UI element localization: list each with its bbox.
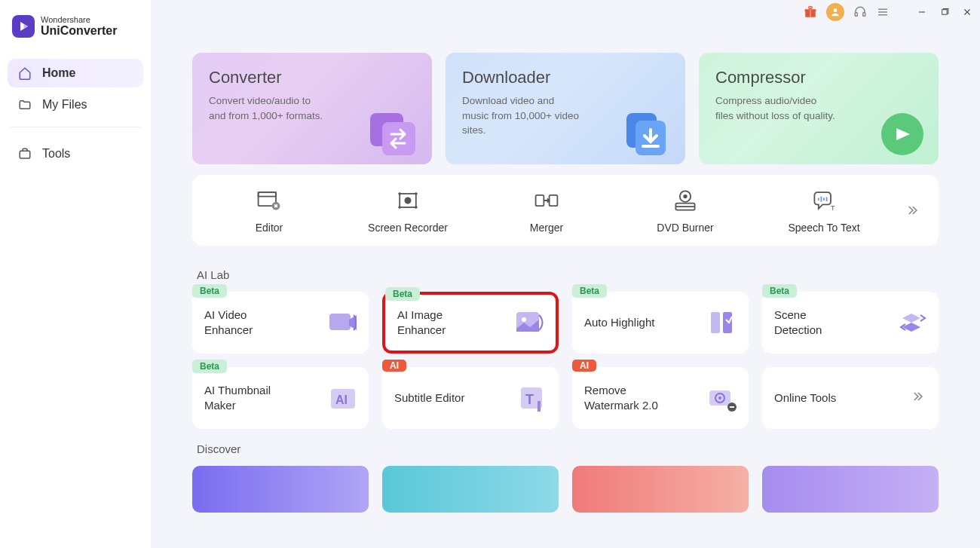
headset-icon[interactable] bbox=[853, 5, 867, 19]
lab-card-subtitle-editor[interactable]: AI Subtitle Editor T bbox=[382, 367, 559, 429]
lab-label: Online Tools bbox=[774, 390, 836, 406]
menu-icon[interactable] bbox=[876, 5, 890, 19]
tool-strip: Editor Screen Recorder Merger DVD Burner bbox=[192, 175, 939, 246]
tool-screen-recorder[interactable]: Screen Recorder bbox=[338, 187, 477, 234]
user-avatar-icon[interactable] bbox=[826, 3, 844, 21]
lab-label: AI Video Enhancer bbox=[204, 308, 287, 338]
ai-badge: AI bbox=[572, 360, 596, 372]
lab-label: AI Image Enhancer bbox=[397, 308, 480, 338]
svg-rect-5 bbox=[855, 13, 857, 17]
svg-rect-34 bbox=[711, 312, 720, 333]
minimize-button[interactable] bbox=[915, 5, 929, 19]
sidebar-item-home[interactable]: Home bbox=[8, 59, 143, 87]
hero-card-converter[interactable]: Converter Convert video/audio to and fro… bbox=[192, 53, 432, 164]
discover-card-1[interactable] bbox=[192, 466, 369, 513]
sidebar-item-myfiles[interactable]: My Files bbox=[8, 90, 143, 119]
ai-lab-grid: Beta AI Video Enhancer Beta AI Image Enh… bbox=[192, 292, 939, 429]
discover-card-2[interactable] bbox=[382, 466, 559, 513]
svg-point-43 bbox=[718, 396, 721, 400]
hero-card-compressor[interactable]: Compressor Compress audio/video files wi… bbox=[699, 53, 939, 164]
tool-merger[interactable]: Merger bbox=[477, 187, 616, 234]
tool-label: Screen Recorder bbox=[368, 222, 448, 234]
dvd-burner-icon bbox=[672, 187, 699, 214]
maximize-button[interactable] bbox=[938, 5, 951, 19]
ai-badge: AI bbox=[382, 360, 406, 372]
thumbnail-maker-icon: AI bbox=[325, 380, 361, 416]
hero-row: Converter Convert video/audio to and fro… bbox=[192, 53, 939, 164]
hero-card-downloader[interactable]: Downloader Download video and music from… bbox=[446, 53, 685, 164]
logo-mark-icon bbox=[12, 15, 35, 38]
section-title-ailab: AI Lab bbox=[197, 268, 939, 281]
hero-desc: Convert video/audio to and from 1,000+ f… bbox=[209, 93, 329, 123]
subtitle-editor-icon: T bbox=[515, 380, 551, 416]
beta-badge: Beta bbox=[192, 284, 227, 298]
svg-rect-24 bbox=[536, 195, 544, 206]
brand-logo: Wondershare UniConverter bbox=[8, 15, 143, 38]
merger-icon bbox=[533, 187, 560, 214]
svg-point-33 bbox=[522, 317, 526, 322]
lab-label: AI Thumbnail Maker bbox=[204, 383, 287, 414]
svg-rect-0 bbox=[20, 151, 30, 158]
section-title-discover: Discover bbox=[197, 442, 939, 455]
close-button[interactable] bbox=[960, 5, 974, 19]
svg-point-4 bbox=[834, 8, 838, 12]
lab-card-remove-watermark[interactable]: AI Remove Watermark 2.0 bbox=[572, 367, 749, 429]
hero-title: Compressor bbox=[715, 68, 922, 87]
sidebar-item-label: Tools bbox=[42, 147, 70, 161]
svg-point-23 bbox=[405, 197, 410, 203]
svg-rect-15 bbox=[382, 122, 415, 155]
svg-rect-35 bbox=[723, 312, 732, 333]
discover-card-3[interactable] bbox=[572, 466, 749, 513]
chevron-right-icon bbox=[910, 389, 925, 408]
speech-to-text-icon: T bbox=[810, 187, 838, 214]
svg-rect-25 bbox=[550, 195, 558, 206]
remove-watermark-icon bbox=[705, 380, 741, 416]
home-icon bbox=[18, 66, 32, 80]
sidebar-item-label: My Files bbox=[42, 98, 87, 112]
svg-rect-20 bbox=[259, 192, 276, 196]
lab-card-scene-detection[interactable]: Beta Scene Detection bbox=[762, 292, 939, 354]
brand-bottom: UniConverter bbox=[41, 24, 117, 38]
briefcase-icon bbox=[18, 147, 32, 161]
lab-card-auto-highlight[interactable]: Beta Auto Highlight bbox=[572, 292, 749, 354]
scene-detection-icon bbox=[895, 305, 931, 341]
lab-card-video-enhancer[interactable]: Beta AI Video Enhancer bbox=[192, 292, 369, 354]
tool-label: Merger bbox=[530, 222, 563, 234]
discover-card-4[interactable] bbox=[762, 466, 939, 513]
tool-speech-to-text[interactable]: T Speech To Text bbox=[755, 187, 893, 234]
lab-label: Subtitle Editor bbox=[394, 390, 464, 406]
screen-recorder-icon bbox=[394, 187, 421, 214]
image-enhancer-icon bbox=[512, 305, 548, 341]
sidebar-item-tools[interactable]: Tools bbox=[8, 139, 143, 168]
svg-rect-6 bbox=[863, 13, 865, 17]
sidebar-item-label: Home bbox=[42, 66, 75, 80]
svg-rect-31 bbox=[329, 314, 351, 330]
tool-label: Editor bbox=[256, 222, 283, 234]
tool-editor[interactable]: Editor bbox=[200, 187, 338, 234]
hero-desc: Compress audio/video files without loss … bbox=[715, 93, 836, 123]
svg-point-27 bbox=[684, 195, 687, 198]
converter-icon bbox=[363, 99, 423, 160]
svg-rect-11 bbox=[942, 9, 947, 14]
folder-icon bbox=[18, 98, 32, 112]
svg-rect-40 bbox=[537, 401, 541, 412]
beta-badge: Beta bbox=[572, 284, 607, 298]
video-enhancer-icon bbox=[325, 305, 361, 341]
lab-card-online-tools[interactable]: Online Tools bbox=[762, 367, 939, 429]
hero-desc: Download video and music from 10,000+ vi… bbox=[462, 93, 583, 138]
sidebar: Wondershare UniConverter Home My Files T… bbox=[0, 0, 151, 548]
lab-card-thumbnail-maker[interactable]: Beta AI Thumbnail Maker AI bbox=[192, 367, 369, 429]
beta-badge: Beta bbox=[192, 360, 227, 373]
lab-card-image-enhancer[interactable]: Beta AI Image Enhancer bbox=[382, 292, 559, 354]
editor-icon bbox=[256, 187, 283, 214]
gift-icon[interactable] bbox=[804, 5, 817, 19]
discover-row bbox=[192, 466, 939, 513]
svg-text:AI: AI bbox=[335, 393, 348, 406]
auto-highlight-icon bbox=[705, 305, 741, 341]
tool-dvd-burner[interactable]: DVD Burner bbox=[616, 187, 755, 234]
tool-strip-next[interactable] bbox=[893, 203, 931, 218]
brand-top: Wondershare bbox=[41, 16, 117, 24]
sidebar-divider bbox=[11, 127, 140, 127]
beta-badge: Beta bbox=[385, 287, 420, 301]
lab-label: Auto Highlight bbox=[584, 315, 654, 330]
